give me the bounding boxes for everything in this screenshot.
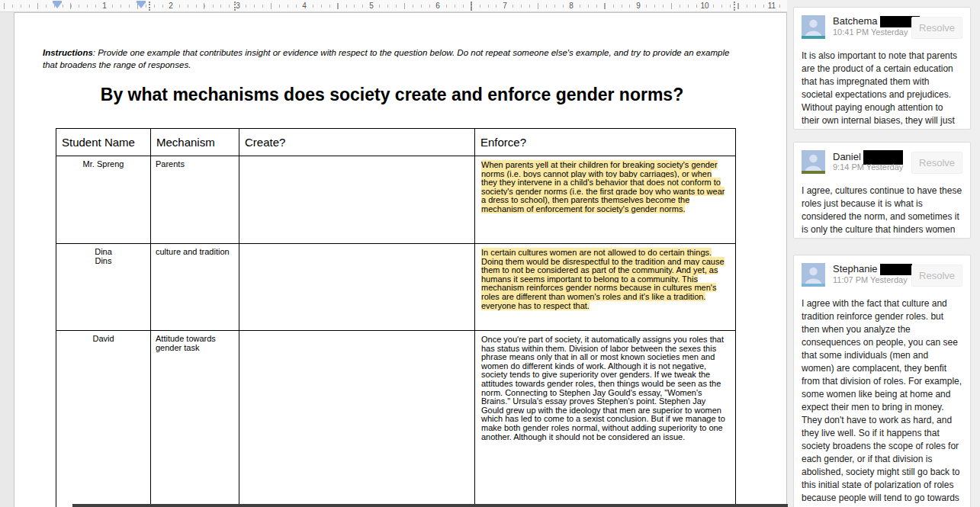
comment-header: Stephanie 11:07 PM Yesterday Resolve — [802, 263, 962, 290]
table-row: Dina Dins culture and tradition In certa… — [56, 244, 736, 331]
table-row: Mr. Spreng Parents When parents yell at … — [56, 156, 736, 244]
ruler-number: 11 — [766, 2, 777, 11]
header-mechanism[interactable]: Mechanism — [151, 129, 239, 156]
ruler-number: 4 — [300, 2, 308, 11]
ruler-major-ticks — [4, 3, 786, 9]
avatar-color-strip — [802, 171, 825, 174]
comment-timestamp: 10:41 PM Yesterday — [833, 27, 908, 37]
header-enforce[interactable]: Enforce? — [475, 129, 736, 156]
ruler-number: 10 — [699, 2, 710, 11]
comment-body: I agree, cultures continue to have these… — [802, 185, 962, 236]
author-name: Daniel — [833, 151, 861, 162]
table-column-guide[interactable] — [234, 2, 236, 11]
ruler-number: 8 — [567, 2, 575, 11]
table-header-row: Student Name Mechanism Create? Enforce? — [56, 129, 736, 156]
student-name-cell[interactable]: Dina Dins — [56, 244, 151, 331]
table-column-guide[interactable] — [734, 2, 735, 11]
create-cell[interactable] — [239, 156, 475, 244]
student-name-cell[interactable]: David — [56, 331, 151, 507]
comment-header: Batchema 10:41 PM Yesterday Resolve — [802, 15, 962, 43]
resolve-button[interactable]: Resolve — [911, 152, 962, 174]
avatar-color-strip — [802, 36, 825, 39]
table-row: David Attitude towards gender task Once … — [56, 331, 736, 507]
table-column-guide[interactable] — [471, 2, 472, 11]
user-avatar-icon — [802, 263, 825, 287]
ruler-number: 2 — [167, 2, 175, 11]
ruler-number: 6 — [434, 2, 442, 11]
comment-author: Stephanie — [833, 263, 912, 275]
comment-body: It is also important to note that parent… — [802, 50, 962, 130]
comment-header: Daniel 9:14 PM Yesterday Resolve — [802, 150, 962, 178]
author-name: Stephanie — [833, 263, 878, 274]
author-name: Batchema — [833, 15, 878, 27]
ruler-number: 5 — [368, 2, 375, 11]
instructions-paragraph[interactable]: Instructions: Provide one example that c… — [43, 47, 752, 71]
comment-timestamp: 9:14 PM Yesterday — [833, 162, 903, 172]
comment-card[interactable]: Batchema 10:41 PM Yesterday Resolve It i… — [793, 7, 971, 130]
plain-text: Once you're part of society, it automati… — [481, 335, 725, 441]
ruler-number: 9 — [635, 2, 642, 11]
highlighted-text: In certain cultures women are not allowe… — [481, 248, 725, 310]
enforce-cell[interactable]: Once you're part of society, it automati… — [475, 331, 736, 507]
horizontal-ruler: 1 2 3 4 5 6 7 8 9 10 11 — [0, 0, 790, 12]
create-cell[interactable] — [239, 331, 475, 507]
ruler-number: 7 — [501, 2, 509, 11]
comment-card[interactable]: Stephanie 11:07 PM Yesterday Resolve I a… — [793, 255, 971, 507]
create-cell[interactable] — [239, 244, 475, 331]
header-create[interactable]: Create? — [239, 129, 475, 156]
resolve-button[interactable]: Resolve — [911, 265, 962, 287]
highlighted-text: When parents yell at their children for … — [481, 160, 725, 213]
comment-card[interactable]: Daniel 9:14 PM Yesterday Resolve I agree… — [793, 142, 971, 239]
ruler-number: 1 — [101, 2, 108, 11]
table-column-guide[interactable] — [149, 2, 150, 11]
mechanism-cell[interactable]: Attitude towards gender task — [151, 331, 239, 507]
comment-timestamp: 11:07 PM Yesterday — [833, 275, 908, 284]
instructions-text: : Provide one example that contributes i… — [43, 48, 729, 69]
mechanism-cell[interactable]: Parents — [151, 156, 239, 244]
horizontal-scrollbar[interactable] — [72, 504, 788, 507]
enforce-cell[interactable]: In certain cultures women are not allowe… — [475, 244, 736, 331]
indent-marker-tab[interactable] — [137, 2, 146, 8]
mechanism-cell[interactable]: culture and tradition — [151, 244, 239, 331]
responses-table: Student Name Mechanism Create? Enforce? … — [56, 128, 736, 507]
user-avatar-icon — [802, 150, 825, 174]
document-question-title[interactable]: By what mechanisms does society create a… — [14, 85, 770, 105]
student-name-cell[interactable]: Mr. Spreng — [56, 156, 151, 244]
comment-body: I agree with the fact that culture and t… — [802, 297, 962, 507]
header-student-name[interactable]: Student Name — [56, 129, 151, 156]
user-avatar-icon — [802, 15, 825, 39]
comment-author: Batchema — [833, 15, 920, 27]
enforce-cell[interactable]: When parents yell at their children for … — [475, 156, 736, 244]
resolve-button[interactable]: Resolve — [911, 17, 962, 39]
document-page: Instructions: Provide one example that c… — [14, 12, 787, 507]
instructions-label: Instructions — [43, 48, 93, 57]
google-docs-window: 1 2 3 4 5 6 7 8 9 10 11 Instructions: Pr… — [0, 0, 980, 507]
indent-marker-left[interactable] — [53, 2, 62, 8]
avatar-color-strip — [802, 284, 825, 287]
redacted-name — [880, 264, 912, 275]
